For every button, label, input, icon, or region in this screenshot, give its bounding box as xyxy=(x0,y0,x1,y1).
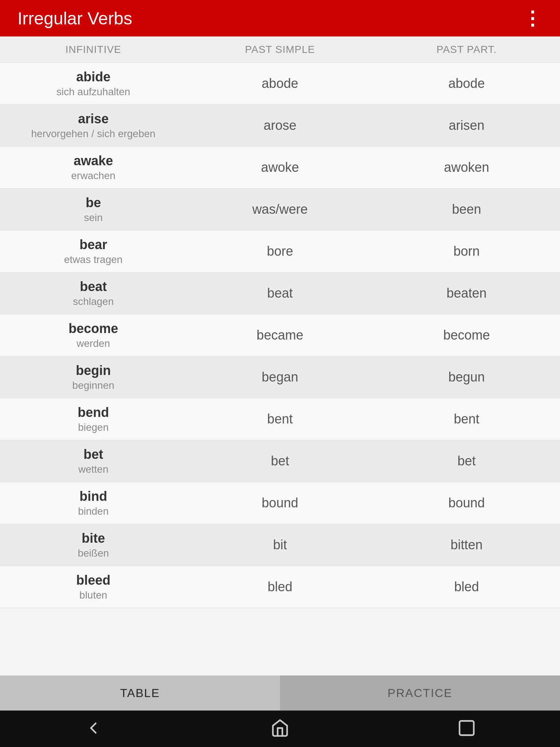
verb-name: bear xyxy=(4,237,182,252)
cell-past-simple: beat xyxy=(187,279,373,307)
verb-name: beat xyxy=(4,279,182,294)
cell-past-simple: bit xyxy=(187,531,373,559)
cell-infinitive: begin beginnen xyxy=(0,356,187,398)
verb-translation: etwas tragen xyxy=(4,254,182,266)
verb-translation: schlagen xyxy=(4,296,182,307)
cell-past-part: become xyxy=(373,321,560,349)
cell-past-simple: bled xyxy=(187,573,373,601)
cell-past-part: bled xyxy=(373,573,560,601)
cell-infinitive: bind binden xyxy=(0,482,187,524)
cell-infinitive: beat schlagen xyxy=(0,272,187,314)
cell-infinitive: bleed bluten xyxy=(0,566,187,608)
app-title: Irregular Verbs xyxy=(18,8,132,28)
system-nav-bar xyxy=(0,711,560,747)
cell-past-simple: bent xyxy=(187,405,373,433)
verb-name: bleed xyxy=(4,573,182,588)
table-row[interactable]: begin beginnen began begun xyxy=(0,356,560,398)
cell-past-simple: abode xyxy=(187,69,373,98)
table-row[interactable]: be sein was/were been xyxy=(0,189,560,231)
table-row[interactable]: abide sich aufzuhalten abode abode xyxy=(0,63,560,105)
back-icon[interactable] xyxy=(84,719,103,739)
cell-past-part: bet xyxy=(373,447,560,475)
verb-name: bet xyxy=(4,447,182,462)
verb-name: become xyxy=(4,321,182,336)
cell-past-part: awoken xyxy=(373,153,560,182)
cell-past-simple: awoke xyxy=(187,153,373,182)
cell-infinitive: be sein xyxy=(0,189,187,230)
table-row[interactable]: bear etwas tragen bore born xyxy=(0,231,560,272)
table-row[interactable]: bleed bluten bled bled xyxy=(0,566,560,608)
cell-past-part: arisen xyxy=(373,111,560,140)
verb-translation: bluten xyxy=(4,589,182,601)
verb-translation: biegen xyxy=(4,422,182,433)
home-icon[interactable] xyxy=(271,719,289,739)
verb-name: bend xyxy=(4,405,182,420)
cell-past-part: bent xyxy=(373,405,560,433)
cell-past-simple: began xyxy=(187,363,373,391)
cell-past-part: beaten xyxy=(373,279,560,307)
table-row[interactable]: bend biegen bent bent xyxy=(0,398,560,440)
verb-name: begin xyxy=(4,363,182,378)
verb-name: awake xyxy=(4,153,182,169)
table-row[interactable]: awake erwachen awoke awoken xyxy=(0,147,560,189)
cell-infinitive: bear etwas tragen xyxy=(0,231,187,272)
cell-infinitive: awake erwachen xyxy=(0,147,187,188)
verb-name: be xyxy=(4,195,182,210)
cell-past-simple: bore xyxy=(187,237,373,266)
svg-rect-0 xyxy=(460,721,474,735)
verb-translation: werden xyxy=(4,338,182,349)
table-row[interactable]: become werden became become xyxy=(0,314,560,356)
cell-past-simple: arose xyxy=(187,111,373,140)
cell-infinitive: bite beißen xyxy=(0,524,187,566)
tab-practice[interactable]: PRACTICE xyxy=(280,676,560,711)
verb-name: bind xyxy=(4,489,182,504)
verb-translation: erwachen xyxy=(4,170,182,182)
cell-infinitive: bet wetten xyxy=(0,440,187,482)
verb-translation: beginnen xyxy=(4,380,182,391)
cell-past-part: abode xyxy=(373,69,560,98)
verb-translation: hervorgehen / sich ergeben xyxy=(4,128,182,140)
bottom-tab-bar: TABLEPRACTICE xyxy=(0,676,560,711)
cell-past-part: been xyxy=(373,195,560,224)
verb-name: bite xyxy=(4,531,182,546)
cell-past-simple: was/were xyxy=(187,195,373,224)
verb-name: abide xyxy=(4,69,182,85)
cell-infinitive: arise hervorgehen / sich ergeben xyxy=(0,105,187,146)
verb-table: abide sich aufzuhalten abode abode arise… xyxy=(0,63,560,676)
col-header-past-simple: PAST SIMPLE xyxy=(187,44,373,55)
verb-translation: wetten xyxy=(4,464,182,475)
cell-past-part: begun xyxy=(373,363,560,391)
table-row[interactable]: beat schlagen beat beaten xyxy=(0,272,560,314)
table-row[interactable]: arise hervorgehen / sich ergeben arose a… xyxy=(0,105,560,147)
verb-name: arise xyxy=(4,111,182,127)
col-header-past-part: PAST PART. xyxy=(373,44,560,55)
tab-table[interactable]: TABLE xyxy=(0,676,280,711)
more-options-icon[interactable]: ⋮ xyxy=(523,7,542,29)
table-row[interactable]: bite beißen bit bitten xyxy=(0,524,560,566)
cell-infinitive: bend biegen xyxy=(0,398,187,440)
table-row[interactable]: bind binden bound bound xyxy=(0,482,560,524)
cell-past-simple: became xyxy=(187,321,373,349)
recents-icon[interactable] xyxy=(457,719,476,739)
cell-infinitive: become werden xyxy=(0,314,187,356)
verb-translation: beißen xyxy=(4,547,182,559)
cell-past-part: born xyxy=(373,237,560,266)
cell-past-part: bitten xyxy=(373,531,560,559)
cell-past-simple: bet xyxy=(187,447,373,475)
cell-past-simple: bound xyxy=(187,489,373,517)
verb-translation: sein xyxy=(4,212,182,224)
verb-translation: binden xyxy=(4,506,182,517)
verb-translation: sich aufzuhalten xyxy=(4,86,182,98)
cell-past-part: bound xyxy=(373,489,560,517)
app-header: Irregular Verbs ⋮ xyxy=(0,0,560,36)
col-header-infinitive: INFINITIVE xyxy=(0,44,187,55)
cell-infinitive: abide sich aufzuhalten xyxy=(0,63,187,104)
column-headers: INFINITIVE PAST SIMPLE PAST PART. xyxy=(0,36,560,63)
table-row[interactable]: bet wetten bet bet xyxy=(0,440,560,482)
